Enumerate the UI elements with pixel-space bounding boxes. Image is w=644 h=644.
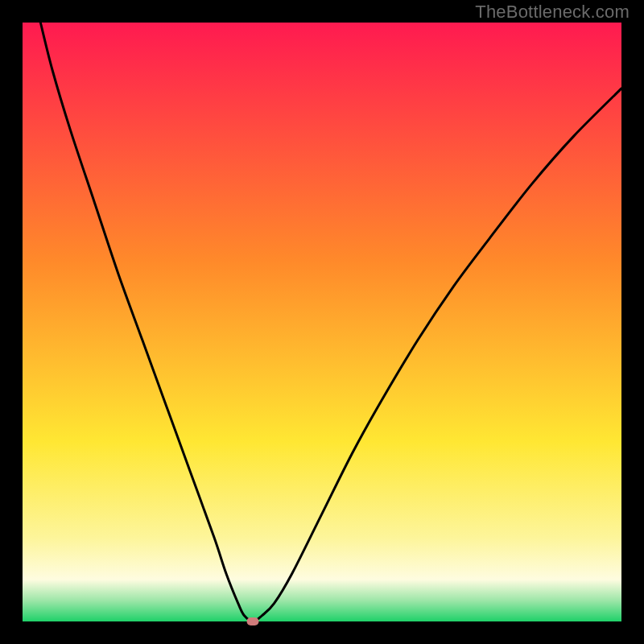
watermark-label: TheBottleneck.com	[475, 2, 630, 23]
chart-svg	[23, 23, 621, 621]
minimum-marker	[247, 617, 259, 625]
gradient-background	[23, 23, 621, 621]
chart-frame: TheBottleneck.com	[0, 0, 644, 644]
plot-area	[23, 23, 621, 621]
